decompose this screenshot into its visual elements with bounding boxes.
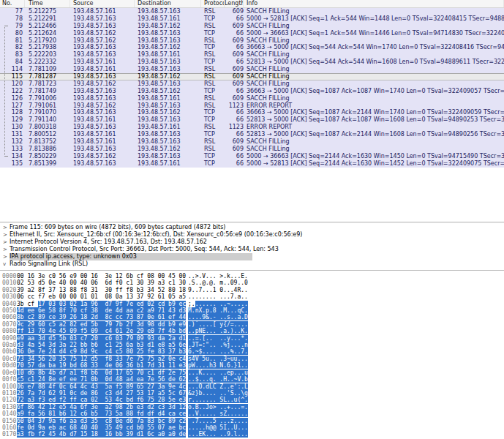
packet-row[interactable]: 1147.781109193.48.57.161193.48.57.163RSL… bbox=[0, 66, 504, 73]
hex-bytes[interactable]: 70 57 da ba 19 bd 68 33 4e 06 36 b1 7d 3… bbox=[17, 362, 186, 369]
hex-bytes[interactable]: 39 a2 8f 37 13 88 f8 31 30 ff f8 b3 34 5… bbox=[17, 287, 186, 293]
packet-row[interactable]: 795.212466193.48.57.163193.48.57.162RSL6… bbox=[0, 23, 504, 30]
hex-bytes[interactable]: 9c 29 60 c5 a2 82 ed 5b 79 7b 2f 3d 98 d… bbox=[17, 321, 186, 328]
packet-row[interactable]: 1287.791070193.48.57.163193.48.57.162TCP… bbox=[0, 109, 504, 116]
expander-open-icon[interactable]: v bbox=[3, 260, 6, 268]
hex-row[interactable]: 00504d ee 6e 58 8f 70 cf 38 de 4d aa c2 … bbox=[0, 307, 504, 314]
hex-ascii[interactable]: &z}b.... ..'S..\g bbox=[188, 390, 248, 397]
packet-row[interactable]: 1327.813752193.48.57.161193.48.57.163RSL… bbox=[0, 138, 504, 146]
hex-row[interactable]: 015060 04 37 9a f6 aa d3 35 c8 0e d6 7a … bbox=[0, 418, 504, 424]
hex-row[interactable]: 00e010 d6 8b 4b d7 a1 f8 b6 0d 17 65 70 … bbox=[0, 369, 504, 376]
hex-bytes[interactable]: c5 c1 24 8e ef ee 71 0b 0d 48 a4 ea 7e 5… bbox=[17, 376, 186, 383]
hex-row[interactable]: 01306f 86 42 12 e5 4a 6f 3e a2 98 2b e3 … bbox=[0, 404, 504, 410]
hex-bytes[interactable]: 10 d6 8b 4b d7 a1 f8 b6 0d 17 65 70 c1 d… bbox=[17, 369, 186, 376]
hex-row[interactable]: 00f0c5 c1 24 8e ef ee 71 0b 0d 48 a4 ea … bbox=[0, 376, 504, 383]
hex-ascii[interactable]: o.B..Jo> ..+...=. bbox=[188, 404, 248, 410]
hex-ascii[interactable]: s4V 5u.. .3~uu... bbox=[188, 356, 248, 362]
packet-row[interactable]: 845.222332193.48.57.161193.48.57.163TCP6… bbox=[0, 59, 504, 66]
hex-bytes[interactable]: 8b c2 89 ce 39 26 18 2d 8c cc 73 87 0e 6… bbox=[17, 314, 186, 320]
pane-splitter-bottom[interactable] bbox=[0, 270, 504, 271]
hex-row[interactable]: 0140a9 fa 56 81 b6 12 c6 b5 73 5a 88 fd … bbox=[0, 410, 504, 417]
hex-row[interactable]: 00709c 29 60 c5 a2 82 ed 5b 79 7b 2f 3d … bbox=[0, 321, 504, 328]
hex-bytes[interactable]: e9 aa 3d d5 5b 03 c7 20 c6 03 79 09 93 d… bbox=[17, 335, 186, 342]
packet-row[interactable]: 1347.850229193.48.57.162193.48.57.163TCP… bbox=[0, 153, 504, 160]
hex-ascii[interactable]: ..pNE... .a.)..K. bbox=[188, 328, 248, 334]
packet-row[interactable]: 1157.781287193.48.57.163193.48.57.162RSL… bbox=[0, 73, 504, 80]
hex-bytes[interactable]: 60 04 37 9a f6 aa d3 35 c8 0e d6 7a 83 b… bbox=[17, 418, 186, 424]
hex-ascii[interactable]: M.nX.p.8 .M...qC. bbox=[188, 307, 248, 314]
hex-row[interactable]: 00403b cf 17 03 03 02 1a 96 d7 9f 7e ed … bbox=[0, 301, 504, 307]
hex-row[interactable]: 00d070 57 da ba 19 bd 68 33 4e 06 36 b1 … bbox=[0, 362, 504, 369]
hex-bytes[interactable]: 3b cf 17 03 03 02 1a 96 d7 9f 7e ed 02 c… bbox=[17, 301, 186, 307]
hex-row[interactable]: 00608b c2 89 ce 39 26 18 2d 8c cc 73 87 … bbox=[0, 314, 504, 320]
hex-ascii[interactable]: ..=.[.. ..y...*. bbox=[188, 335, 248, 342]
hex-ascii[interactable]: `.7....5 ...z.... bbox=[188, 418, 248, 424]
expander-closed-icon[interactable]: > bbox=[3, 239, 7, 246]
packet-list-header[interactable]: No. Time Source Destination Protocol Len… bbox=[0, 0, 504, 8]
hex-dump-pane[interactable]: 000000 16 3e c0 56 e9 00 16 3e 12 6b cf … bbox=[0, 273, 504, 439]
packet-row[interactable]: 1337.813886193.48.57.163193.48.57.162RSL… bbox=[0, 146, 504, 153]
expander-closed-icon[interactable]: > bbox=[3, 231, 7, 239]
packet-row[interactable]: 1207.781723193.48.57.162193.48.57.163RSL… bbox=[0, 80, 504, 88]
packet-row[interactable]: 805.212624193.48.57.162193.48.57.163TCP6… bbox=[0, 30, 504, 37]
hex-ascii[interactable]: ....9&.- ..s..a.D bbox=[188, 314, 248, 320]
hex-ascii[interactable]: ........ ...7.a.. bbox=[188, 293, 248, 300]
hex-row[interactable]: 0080ff 13 70 4e 45 09 f5 09 c4 61 2e 29 … bbox=[0, 328, 504, 334]
hex-ascii[interactable]: pW....h3 N.6.}1.. bbox=[188, 362, 248, 369]
packet-row[interactable]: 1297.791140193.48.57.161193.48.57.163TCP… bbox=[0, 116, 504, 124]
hex-ascii[interactable]: r....... SL..u(^. bbox=[188, 397, 248, 403]
packet-row[interactable]: 775.212275193.48.57.161193.48.57.163RSL6… bbox=[0, 8, 504, 15]
hex-row[interactable]: 000000 16 3e c0 56 e9 00 16 3e 12 6b cf … bbox=[0, 273, 504, 279]
hex-bytes[interactable]: fe 0d 9a eb ac 68 40 40 35 49 cd b0 55 0… bbox=[17, 424, 186, 431]
hex-ascii[interactable]: .S..@.@. m..09..0 bbox=[188, 279, 248, 286]
hex-bytes[interactable]: 00 16 3e c0 56 e9 00 16 3e 12 6b cf 08 0… bbox=[17, 273, 186, 279]
packet-row[interactable]: 1317.800512193.48.57.161193.48.57.163TCP… bbox=[0, 131, 504, 138]
packet-row[interactable]: 1227.781749193.48.57.163193.48.57.162TCP… bbox=[0, 88, 504, 95]
hex-bytes[interactable]: 36 0e 7e 24 d4 c9 8d 9c c4 c5 80 25 fe 8… bbox=[17, 348, 186, 355]
column-header-no[interactable]: No. bbox=[0, 0, 25, 7]
hex-row[interactable]: 001002 53 d5 0e 40 00 40 06 6d f0 c1 30 … bbox=[0, 279, 504, 286]
hex-ascii[interactable]: .....h@@ 5I..U... bbox=[188, 424, 248, 431]
hex-row[interactable]: 00b036 0e 7e 24 d4 c9 8d 9c c4 c5 80 25 … bbox=[0, 348, 504, 355]
packet-row[interactable]: 785.212291193.48.57.163193.48.57.161TCP6… bbox=[0, 15, 504, 23]
column-header-destination[interactable]: Destination bbox=[135, 0, 201, 7]
hex-row[interactable]: 00c073 34 56 20 35 75 12 d5 f8 33 7e 75 … bbox=[0, 356, 504, 362]
hex-row[interactable]: 012072 a3 f3 ed f2 ff ca 02 53 4c bd f6 … bbox=[0, 397, 504, 403]
hex-bytes[interactable]: 73 34 56 20 35 75 12 d5 f8 33 7e 75 75 a… bbox=[17, 356, 186, 362]
packet-list-pane[interactable]: No. Time Source Destination Protocol Len… bbox=[0, 0, 504, 221]
expander-closed-icon[interactable]: > bbox=[3, 253, 7, 260]
hex-ascii[interactable]: 6.~$.... ...%..7. bbox=[188, 348, 248, 355]
hex-ascii[interactable]: ..V..... sZ...... bbox=[188, 410, 248, 417]
column-header-length[interactable]: Length bbox=[225, 0, 244, 7]
hex-row[interactable]: 00a0d3 4a 54 3d 3a 22 bb b6 c1 25 6a b3 … bbox=[0, 342, 504, 348]
packet-row[interactable]: 815.217920193.48.57.162193.48.57.163RSL6… bbox=[0, 37, 504, 45]
packet-row[interactable]: 1277.791061193.48.57.162193.48.57.163RSL… bbox=[0, 102, 504, 110]
column-header-time[interactable]: Time bbox=[25, 0, 70, 7]
hex-row[interactable]: 010006 e7 88 4f 0c 64 4c 43 5a f5 89 65 … bbox=[0, 383, 504, 390]
packet-row[interactable]: 1357.851399193.48.57.163193.48.57.161TCP… bbox=[0, 160, 504, 168]
expander-closed-icon[interactable]: > bbox=[3, 246, 7, 253]
hex-ascii[interactable]: ..>.V... >.k...E. bbox=[188, 273, 248, 279]
hex-ascii[interactable]: 9..7...1 0...4R.. bbox=[188, 287, 248, 293]
hex-bytes[interactable]: 72 a3 f3 ed f2 ff ca 02 53 4c bd f6 75 2… bbox=[17, 397, 186, 403]
column-header-protocol[interactable]: Protocol bbox=[201, 0, 225, 7]
hex-bytes[interactable]: 02 53 d5 0e 40 00 40 06 6d f0 c1 30 39 a… bbox=[17, 279, 186, 286]
hex-bytes[interactable]: ff 13 70 4e 45 09 f5 09 c4 61 2e 29 e0 7… bbox=[17, 328, 186, 334]
packet-details-pane[interactable]: >Frame 115: 609 bytes on wire (4872 bits… bbox=[0, 224, 504, 269]
detail-row[interactable]: vRadio Signalling Link (RSL) bbox=[0, 260, 504, 268]
hex-bytes[interactable]: a3 fb f2 45 4b d7 15 18 16 bb 39 d1 6c a… bbox=[17, 431, 186, 438]
detail-row[interactable]: >Transmission Control Protocol, Src Port… bbox=[0, 246, 504, 253]
hex-bytes[interactable]: 26 7a 7d 62 91 0c de 86 c3 d4 27 53 17 a… bbox=[17, 390, 186, 397]
detail-row[interactable]: >Frame 115: 609 bytes on wire (4872 bits… bbox=[0, 224, 504, 231]
packet-row[interactable]: 835.222203193.48.57.163193.48.57.161RSL6… bbox=[0, 51, 504, 59]
detail-row[interactable]: >Internet Protocol Version 4, Src: 193.4… bbox=[0, 239, 504, 246]
packet-row[interactable]: 1267.791006193.48.57.163193.48.57.161RSL… bbox=[0, 95, 504, 102]
column-header-info[interactable]: Info bbox=[244, 0, 504, 7]
hex-bytes[interactable]: 06 e7 88 4f 0c 64 4c 43 5a f5 89 65 27 3… bbox=[17, 383, 186, 390]
hex-ascii[interactable]: ...EK... ..9.l... bbox=[188, 431, 248, 438]
hex-row[interactable]: 011026 7a 7d 62 91 0c de 86 c3 d4 27 53 … bbox=[0, 390, 504, 397]
hex-ascii[interactable]: ...K.... ..ep...u bbox=[188, 369, 248, 376]
packet-row[interactable]: 825.217938193.48.57.163193.48.57.162TCP6… bbox=[0, 44, 504, 51]
hex-bytes[interactable]: a9 fa 56 81 b6 12 c6 b5 73 5a 88 fd df d… bbox=[17, 410, 186, 417]
hex-ascii[interactable]: ...O.dLC Z..e':.L bbox=[188, 383, 248, 390]
